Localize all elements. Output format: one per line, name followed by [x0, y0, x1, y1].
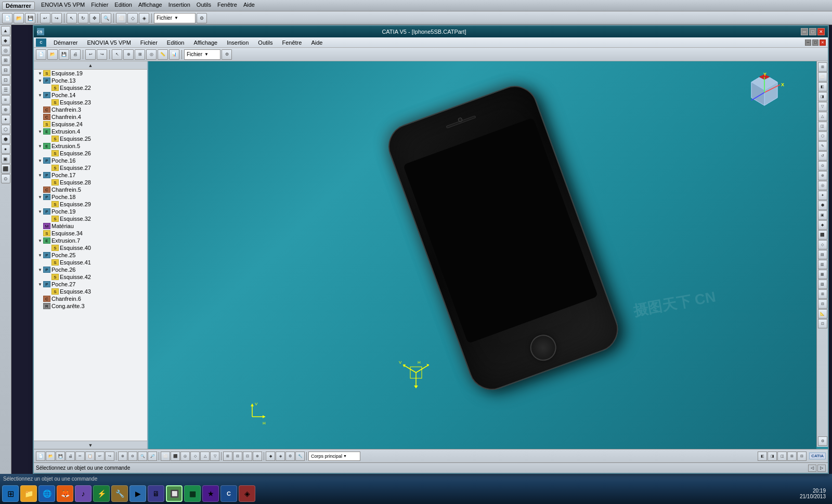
tree-item-esq28[interactable]: S Esquisse.28 — [34, 179, 147, 186]
tree-item-esq19[interactable]: ▼ S Esquisse.19 — [34, 70, 147, 77]
taskbar-ie[interactable]: 🌐 — [38, 485, 55, 502]
rt-btn20[interactable]: ▤ — [818, 250, 827, 259]
outer-menu-fichier[interactable]: Fichier — [91, 2, 108, 10]
tb-3d[interactable]: ◈ — [139, 13, 149, 23]
ctb-open[interactable]: 📂 — [47, 49, 58, 60]
rt-btn25[interactable]: ⊟ — [818, 299, 827, 309]
bt-btn2[interactable]: 📂 — [46, 452, 55, 461]
bt-rbtn4[interactable]: ⊞ — [787, 452, 797, 461]
taskbar-app6[interactable]: ⚡ — [93, 485, 110, 502]
tb-new[interactable]: 📄 — [2, 13, 12, 23]
menu-fichier[interactable]: Fichier — [136, 38, 162, 47]
tree-item-cha5[interactable]: C Chanfrein.5 — [34, 186, 147, 193]
tb-redo[interactable]: ↪ — [51, 13, 62, 23]
tb-persp[interactable]: ◇ — [127, 13, 138, 23]
lt-btn7[interactable]: ☰ — [1, 85, 10, 95]
tree-item-poc16[interactable]: ▼ P Poche.16 — [34, 157, 147, 164]
rt-btn8[interactable]: ⬡ — [818, 131, 827, 141]
expand-ext7[interactable]: ▼ — [37, 237, 43, 244]
tree-item-esq41[interactable]: S Esquisse.41 — [34, 259, 147, 266]
bt-btn24[interactable]: ◈ — [276, 452, 285, 461]
expand-ext4[interactable]: ▼ — [37, 128, 43, 135]
bt-btn17[interactable]: △ — [200, 452, 210, 461]
tree-item-ext5[interactable]: ▼ E Extrusion.5 — [34, 142, 147, 150]
tb-save[interactable]: 💾 — [25, 13, 35, 23]
ctb-analyze[interactable]: 📊 — [169, 49, 179, 60]
ctb-measure[interactable]: 📏 — [158, 49, 168, 60]
bt-rbtn1[interactable]: ◧ — [758, 452, 767, 461]
rt-btn28[interactable]: ⚙ — [818, 436, 827, 446]
lt-btn16[interactable]: ⊙ — [1, 174, 10, 183]
bt-btn14[interactable]: ⬛ — [171, 452, 180, 461]
rt-btn26[interactable]: 📐 — [818, 309, 827, 319]
bt-btn16[interactable]: ◇ — [190, 452, 200, 461]
status-btn1[interactable]: ◁ — [808, 465, 816, 472]
tree-item-cha6[interactable]: C Chanfrein.6 — [34, 295, 147, 302]
lt-btn14[interactable]: ▣ — [1, 154, 10, 164]
rt-btn5[interactable]: ▽ — [818, 102, 827, 111]
rt-btn22[interactable]: ▦ — [818, 270, 827, 279]
lt-btn3[interactable]: ◎ — [1, 46, 10, 55]
tree-item-poc26[interactable]: ▼ P Poche.26 — [34, 266, 147, 273]
tree-item-mat[interactable]: M Matériau — [34, 222, 147, 230]
tree-item-esq29[interactable]: S Esquisse.29 — [34, 201, 147, 208]
ctb-select[interactable]: ↖ — [112, 49, 122, 60]
expand-poc25[interactable]: ▼ — [37, 252, 43, 258]
rt-btn12[interactable]: ⊕ — [818, 171, 827, 180]
menu-enovia[interactable]: ENOVIA V5 VPM — [83, 38, 135, 47]
rt-btn1[interactable]: ⊞ — [818, 62, 827, 72]
expand-poc19[interactable]: ▼ — [37, 208, 43, 215]
tb-open[interactable]: 📂 — [14, 13, 24, 23]
tree-item-esq26[interactable]: S Esquisse.26 — [34, 150, 147, 157]
tree-item-esq25[interactable]: S Esquisse.25 — [34, 135, 147, 142]
expand-poc14[interactable]: ▼ — [37, 92, 43, 98]
taskbar-itunes[interactable]: ♪ — [75, 485, 92, 502]
status-btn2[interactable]: ▷ — [817, 465, 826, 472]
taskbar-app12[interactable]: ★ — [202, 485, 219, 502]
bt-btn1[interactable]: 📄 — [36, 452, 45, 461]
taskbar-catia[interactable]: C — [220, 485, 237, 502]
rt-btn3[interactable]: ◧ — [818, 82, 827, 91]
rt-btn15[interactable]: ⬢ — [818, 201, 827, 210]
lt-btn11[interactable]: ⬡ — [1, 125, 10, 134]
rt-btn23[interactable]: ▧ — [818, 280, 827, 289]
ctb-snap[interactable]: ◎ — [146, 49, 157, 60]
bt-btn9[interactable]: ⊕ — [118, 452, 127, 461]
ctb-print[interactable]: 🖨 — [70, 49, 81, 60]
outer-menu-insertion[interactable]: Insertion — [168, 2, 190, 10]
taskbar-explorer[interactable]: 📁 — [20, 485, 37, 502]
tb-extra[interactable]: ⚙ — [197, 13, 207, 23]
outer-menu-aide[interactable]: Aide — [243, 2, 255, 10]
expand-ext5[interactable]: ▼ — [37, 143, 43, 149]
tree-item-esq23[interactable]: S Esquisse.23 — [34, 99, 147, 106]
rt-btn18[interactable]: ⬛ — [818, 230, 827, 240]
tree-item-esq43[interactable]: S Esquisse.43 — [34, 288, 147, 295]
taskbar-app8[interactable]: ▶ — [129, 485, 146, 502]
bt-btn18[interactable]: ▽ — [210, 452, 219, 461]
menu-insertion[interactable]: Insertion — [223, 38, 253, 47]
bt-btn4[interactable]: 🖨 — [66, 452, 75, 461]
tree-item-esq27[interactable]: S Esquisse.27 — [34, 164, 147, 171]
tree-item-poc14[interactable]: ▼ P Poche.14 — [34, 91, 147, 99]
bt-rbtn5[interactable]: ⊟ — [797, 452, 807, 461]
outer-menu-fenetre[interactable]: Fenêtre — [217, 2, 237, 10]
menu-aide[interactable]: Aide — [307, 38, 327, 47]
rt-btn7[interactable]: ◫ — [818, 122, 827, 131]
expand-poc18[interactable]: ▼ — [37, 194, 43, 200]
tree-item-poc17[interactable]: ▼ P Poche.17 — [34, 171, 147, 179]
ctb-redo[interactable]: ↪ — [97, 49, 107, 60]
bt-btn11[interactable]: 🔍 — [138, 452, 147, 461]
tree-item-cha4[interactable]: C Chanfrein.4 — [34, 113, 147, 121]
rt-btn10[interactable]: ↺ — [818, 151, 827, 161]
rt-btn24[interactable]: ⊞ — [818, 289, 827, 299]
bt-btn21[interactable]: ⊡ — [243, 452, 252, 461]
expand-poc16[interactable]: ▼ — [37, 157, 43, 164]
tree-item-ext7[interactable]: ▼ E Extrusion.7 — [34, 237, 147, 244]
rt-btn27[interactable]: ⊡ — [818, 319, 827, 328]
outer-menu-affichage[interactable]: Affichage — [138, 2, 162, 10]
tb-view[interactable]: ⬜ — [116, 13, 126, 23]
tb-rotate[interactable]: ↻ — [78, 13, 88, 23]
menu-outils[interactable]: Outils — [254, 38, 277, 47]
tree-scroll-down[interactable]: ▼ — [34, 441, 147, 449]
ctb-grid[interactable]: ⊞ — [135, 49, 145, 60]
